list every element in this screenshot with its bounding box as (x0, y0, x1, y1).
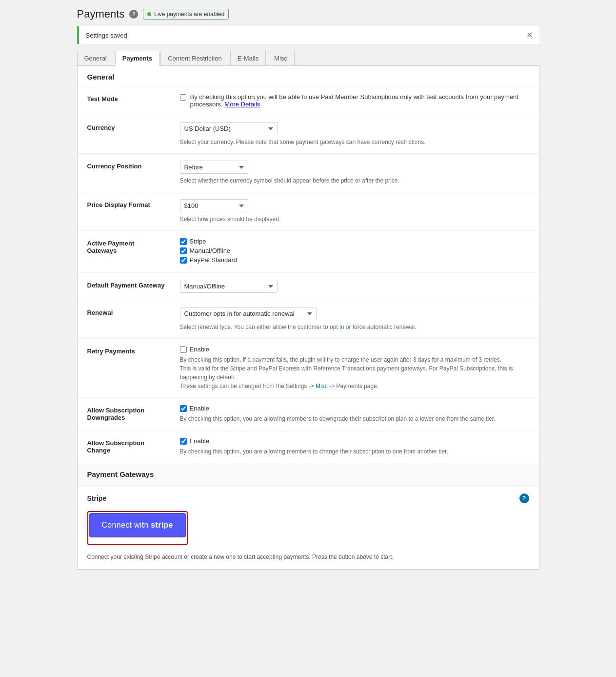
subscription-change-label: Allow Subscription Change (78, 431, 175, 463)
default-payment-gateway-row: Default Payment Gateway Manual/Offline (78, 273, 539, 300)
renewal-opt-in-link[interactable]: in (339, 324, 344, 330)
tab-payments[interactable]: Payments (115, 51, 159, 66)
subscription-downgrades-label: Allow Subscription Downgrades (78, 398, 175, 431)
renewal-label: Renewal (78, 300, 175, 339)
close-icon[interactable]: ✕ (526, 31, 533, 39)
nav-tabs: General Payments Content Restriction E-M… (77, 51, 539, 66)
currency-label: Currency (78, 115, 175, 154)
stripe-header: Stripe ? (87, 493, 529, 503)
page-header: Payments ? Live payments are enabled (77, 8, 539, 21)
stripe-connect-button[interactable]: Connect with stripe (89, 513, 186, 537)
active-payment-gateways-label: Active Payment Gateways (78, 231, 175, 273)
retry-payments-row: Retry Payments Enable By checking this o… (78, 339, 539, 398)
subscription-downgrades-row: Allow Subscription Downgrades Enable By … (78, 398, 539, 431)
subscription-change-checkbox-row: Enable (180, 437, 529, 445)
retry-misc-link[interactable]: Misc (316, 383, 328, 390)
subscription-change-value: Enable By checking this option, you are … (175, 431, 539, 463)
currency-position-label: Currency Position (78, 154, 175, 192)
currency-helper: Select your currency. Please note that s… (180, 138, 529, 146)
default-payment-gateway-select[interactable]: Manual/Offline (180, 280, 278, 293)
live-dot (147, 12, 151, 16)
stripe-checkbox[interactable] (180, 238, 187, 245)
stripe-checkbox-label: Stripe (190, 238, 206, 245)
manual-checkbox-row: Manual/Offline (180, 247, 529, 254)
manual-checkbox-label: Manual/Offline (190, 247, 231, 254)
price-display-format-helper: Select how prices should be displayed. (180, 215, 529, 224)
test-mode-value: By checking this option you will be able… (175, 86, 539, 115)
stripe-section: Stripe ? Connect with stripe Connect you… (78, 486, 539, 569)
retry-payments-helper: By checking this option, if a payment fa… (180, 355, 529, 390)
subscription-downgrades-checkbox-label: Enable (190, 405, 209, 412)
subscription-downgrades-helper: By checking this option, you are allowin… (180, 414, 529, 423)
notice-bar: Settings saved. ✕ (77, 26, 539, 44)
tab-e-mails[interactable]: E-Mails (230, 51, 266, 65)
active-payment-gateways-row: Active Payment Gateways Stripe Manual/Of… (78, 231, 539, 273)
renewal-row: Renewal Customer opts in for automatic r… (78, 300, 539, 339)
payment-gateways-section-header: Payment Gateways (78, 463, 539, 486)
renewal-value: Customer opts in for automatic renewal F… (175, 300, 539, 339)
default-payment-gateway-label: Default Payment Gateway (78, 273, 175, 300)
test-mode-text: By checking this option you will be able… (190, 93, 529, 108)
paypal-checkbox-label: PayPal Standard (190, 256, 238, 264)
stripe-help-icon[interactable]: ? (519, 493, 529, 503)
page-title: Payments (77, 8, 125, 21)
subscription-change-helper: By checking this option, you are allowin… (180, 447, 529, 456)
currency-position-value: Before Select whether the currency symbo… (175, 154, 539, 192)
renewal-helper: Select renewal type. You can either allo… (180, 323, 529, 331)
subscription-downgrades-value: Enable By checking this option, you are … (175, 398, 539, 431)
live-badge-text: Live payments are enabled (154, 11, 224, 18)
test-mode-label: Test Mode (78, 86, 175, 115)
retry-payments-checkbox-label: Enable (190, 346, 209, 353)
subscription-downgrades-checkbox[interactable] (180, 405, 187, 412)
general-section-header: General (78, 66, 539, 86)
subscription-change-checkbox[interactable] (180, 438, 187, 445)
price-display-format-label: Price Display Format (78, 192, 175, 231)
currency-position-helper: Select whether the currency symbol shoul… (180, 176, 529, 185)
active-payment-gateways-value: Stripe Manual/Offline PayPal Standard (175, 231, 539, 273)
tab-content-restriction[interactable]: Content Restriction (160, 51, 229, 65)
stripe-title: Stripe (87, 494, 107, 502)
currency-value: US Dollar (USD) Select your currency. Pl… (175, 115, 539, 154)
test-mode-more-details-link[interactable]: More Details (224, 101, 260, 108)
tab-general[interactable]: General (77, 51, 114, 65)
content-area: General Test Mode By checking this optio… (77, 66, 539, 570)
notice-text: Settings saved. (86, 32, 129, 39)
renewal-select[interactable]: Customer opts in for automatic renewal F… (180, 307, 317, 320)
subscription-change-checkbox-label: Enable (190, 437, 209, 445)
retry-payments-value: Enable By checking this option, if a pay… (175, 339, 539, 398)
currency-position-select[interactable]: Before (180, 161, 248, 174)
retry-payments-checkbox-row: Enable (180, 346, 529, 353)
price-display-format-value: $100 Select how prices should be display… (175, 192, 539, 231)
test-mode-row: Test Mode By checking this option you wi… (78, 86, 539, 115)
currency-select[interactable]: US Dollar (USD) (180, 122, 278, 135)
manual-checkbox[interactable] (180, 247, 187, 254)
paypal-checkbox[interactable] (180, 257, 187, 264)
stripe-checkbox-row: Stripe (180, 238, 529, 245)
live-badge: Live payments are enabled (143, 9, 229, 20)
stripe-connect-wrapper: Connect with stripe (87, 511, 188, 545)
default-payment-gateway-value: Manual/Offline (175, 273, 539, 300)
price-display-format-select[interactable]: $100 (180, 199, 248, 212)
currency-position-row: Currency Position Before Select whether … (78, 154, 539, 192)
subscription-downgrades-checkbox-row: Enable (180, 405, 529, 412)
retry-payments-label: Retry Payments (78, 339, 175, 398)
settings-table: Test Mode By checking this option you wi… (78, 86, 539, 463)
subscription-change-row: Allow Subscription Change Enable By chec… (78, 431, 539, 463)
help-icon[interactable]: ? (129, 10, 138, 19)
tab-misc[interactable]: Misc (267, 51, 295, 65)
price-display-format-row: Price Display Format $100 Select how pri… (78, 192, 539, 231)
retry-payments-checkbox[interactable] (180, 346, 187, 353)
test-mode-checkbox[interactable] (180, 94, 186, 101)
stripe-footer-text: Connect your existing Stripe account or … (87, 553, 529, 561)
currency-row: Currency US Dollar (USD) Select your cur… (78, 115, 539, 154)
paypal-checkbox-row: PayPal Standard (180, 256, 529, 264)
